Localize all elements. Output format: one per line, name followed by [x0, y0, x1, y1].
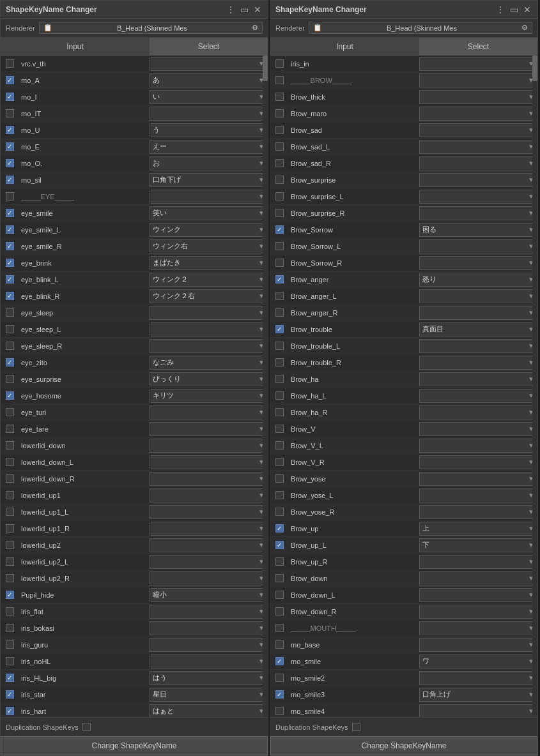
row-dropdown-26[interactable]: ▼ [150, 488, 268, 503]
checkbox-15[interactable] [6, 308, 14, 317]
checkbox-22[interactable] [6, 425, 14, 433]
row-dropdown-21[interactable]: ▼ [150, 405, 268, 420]
row-checkbox-23[interactable] [1, 441, 19, 450]
checkbox-1[interactable] [275, 76, 284, 84]
checkbox-34[interactable] [275, 624, 284, 632]
checkbox-20[interactable] [275, 391, 284, 400]
menu-icon[interactable]: ⋮ [495, 4, 506, 15]
row-dropdown-23[interactable]: ▼ [419, 439, 537, 453]
checkbox-14[interactable] [275, 292, 284, 300]
row-checkbox-8[interactable] [1, 192, 19, 200]
row-dropdown-8[interactable]: ▼ [150, 190, 268, 204]
checkbox-28[interactable]: ✓ [275, 524, 284, 533]
checkbox-17[interactable] [275, 342, 284, 350]
row-checkbox-19[interactable] [270, 375, 288, 383]
row-checkbox-0[interactable] [1, 59, 19, 68]
row-dropdown-36[interactable]: ▼ [150, 654, 268, 669]
row-dropdown-36[interactable]: ワ ▼ [419, 654, 537, 669]
row-dropdown-16[interactable]: 真面目 ▼ [419, 322, 537, 336]
duplication-checkbox[interactable] [352, 723, 360, 731]
change-button[interactable]: Change ShapeKeyName [1, 736, 268, 755]
checkbox-29[interactable]: ✓ [275, 541, 284, 549]
row-checkbox-7[interactable]: ✓ [1, 176, 19, 184]
row-checkbox-14[interactable]: ✓ [1, 292, 19, 300]
row-dropdown-5[interactable]: えー ▼ [150, 140, 268, 154]
row-dropdown-37[interactable]: はう ▼ [150, 671, 268, 685]
checkbox-10[interactable]: ✓ [275, 225, 284, 234]
row-checkbox-24[interactable] [1, 458, 19, 466]
row-dropdown-16[interactable]: ▼ [150, 322, 268, 336]
row-checkbox-35[interactable] [1, 640, 19, 649]
row-dropdown-22[interactable]: ▼ [419, 422, 537, 436]
checkbox-1[interactable]: ✓ [6, 76, 14, 84]
row-dropdown-11[interactable]: ウィンク右 ▼ [150, 239, 268, 253]
row-dropdown-33[interactable]: ▼ [419, 605, 537, 619]
row-checkbox-34[interactable] [1, 624, 19, 632]
row-checkbox-30[interactable] [1, 557, 19, 566]
row-checkbox-15[interactable] [1, 308, 19, 317]
row-checkbox-24[interactable] [270, 458, 288, 466]
row-dropdown-12[interactable]: ▼ [419, 256, 537, 270]
row-dropdown-12[interactable]: まばたき ▼ [150, 256, 268, 270]
row-checkbox-21[interactable] [270, 408, 288, 416]
row-dropdown-31[interactable]: ▼ [150, 571, 268, 586]
row-dropdown-13[interactable]: 怒り ▼ [419, 273, 537, 287]
row-checkbox-13[interactable]: ✓ [1, 275, 19, 284]
row-dropdown-33[interactable]: ▼ [150, 605, 268, 619]
checkbox-38[interactable]: ✓ [6, 690, 14, 699]
row-checkbox-2[interactable]: ✓ [1, 93, 19, 101]
row-dropdown-6[interactable]: お ▼ [150, 156, 268, 170]
checkbox-29[interactable] [6, 541, 14, 549]
row-dropdown-7[interactable]: 口角下げ ▼ [150, 173, 268, 187]
minimize-icon[interactable]: ▭ [239, 4, 250, 15]
checkbox-32[interactable] [275, 591, 284, 599]
row-dropdown-23[interactable]: ▼ [150, 439, 268, 453]
row-checkbox-34[interactable] [270, 624, 288, 632]
checkbox-3[interactable] [275, 109, 284, 117]
row-dropdown-29[interactable]: 下 ▼ [419, 538, 537, 552]
row-checkbox-20[interactable]: ✓ [1, 391, 19, 400]
row-dropdown-18[interactable]: ▼ [419, 356, 537, 370]
row-dropdown-38[interactable]: 星目 ▼ [150, 688, 268, 702]
row-checkbox-10[interactable]: ✓ [270, 225, 288, 234]
checkbox-0[interactable] [6, 59, 14, 68]
row-dropdown-11[interactable]: ▼ [419, 239, 537, 253]
row-checkbox-3[interactable] [270, 109, 288, 117]
row-dropdown-37[interactable]: ▼ [419, 671, 537, 685]
renderer-value[interactable]: 📋 B_Head (Skinned Mes ⚙ [309, 22, 532, 34]
close-icon[interactable]: ✕ [522, 4, 532, 15]
row-checkbox-28[interactable]: ✓ [270, 524, 288, 533]
checkbox-15[interactable] [275, 308, 284, 317]
row-checkbox-38[interactable]: ✓ [270, 690, 288, 699]
checkbox-13[interactable]: ✓ [6, 275, 14, 284]
checkbox-17[interactable] [6, 342, 14, 350]
row-checkbox-29[interactable]: ✓ [270, 541, 288, 549]
row-dropdown-24[interactable]: ▼ [150, 455, 268, 469]
row-checkbox-30[interactable] [270, 557, 288, 566]
row-dropdown-7[interactable]: ▼ [419, 173, 537, 187]
row-checkbox-31[interactable] [1, 574, 19, 582]
checkbox-36[interactable]: ✓ [275, 657, 284, 665]
row-dropdown-17[interactable]: ▼ [419, 339, 537, 353]
row-dropdown-15[interactable]: ▼ [419, 306, 537, 320]
row-checkbox-6[interactable]: ✓ [1, 159, 19, 167]
row-dropdown-5[interactable]: ▼ [419, 140, 537, 154]
row-checkbox-14[interactable] [270, 292, 288, 300]
row-dropdown-27[interactable]: ▼ [419, 505, 537, 519]
checkbox-12[interactable]: ✓ [6, 259, 14, 267]
row-checkbox-8[interactable] [270, 192, 288, 200]
row-dropdown-1[interactable]: ▼ [419, 73, 537, 87]
row-checkbox-20[interactable] [270, 391, 288, 400]
row-checkbox-19[interactable] [1, 375, 19, 383]
checkbox-25[interactable] [6, 474, 14, 483]
row-dropdown-10[interactable]: ウィンク ▼ [150, 223, 268, 237]
row-checkbox-35[interactable] [270, 640, 288, 649]
row-dropdown-13[interactable]: ウィンク２ ▼ [150, 273, 268, 287]
row-checkbox-15[interactable] [270, 308, 288, 317]
row-dropdown-34[interactable]: ▼ [419, 621, 537, 635]
checkbox-0[interactable] [275, 59, 284, 68]
row-dropdown-19[interactable]: ▼ [419, 372, 537, 386]
row-checkbox-11[interactable] [270, 242, 288, 250]
row-checkbox-12[interactable] [270, 259, 288, 267]
row-dropdown-18[interactable]: なごみ ▼ [150, 356, 268, 370]
